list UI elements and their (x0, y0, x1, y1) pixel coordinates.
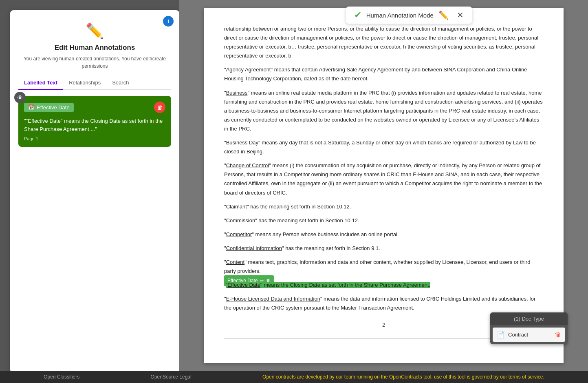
doc-paragraph-ehouse: "E-House Licensed Data and Information" … (224, 294, 543, 312)
annotation-card: 👁 📅 Effective Date 🗑 ""Effective Date" m… (18, 96, 171, 147)
doctype-panel: (1) Doc Type 📄 Contract 🗑 (490, 312, 568, 344)
label-chip: 📅 Effective Date (24, 103, 74, 112)
ham-edit-icon: ✏️ (438, 10, 449, 20)
panel-subtitle: You are viewing human-created annotation… (18, 55, 171, 70)
pencil-icon: ✏️ (86, 22, 104, 40)
term-agency-agreement: Agency Agreement (226, 66, 271, 73)
term-ehouse: E-House Licensed Data and Information (226, 296, 320, 302)
doc-paragraph-coc: "Change of Control" means (i) the consum… (224, 161, 543, 197)
doc-paragraph-claimant: "Claimant" has the meaning set forth in … (224, 202, 543, 211)
doc-paragraph-businessday: "Business Day" means any day that is not… (224, 138, 543, 156)
doctype-item-left: 📄 Contract (497, 331, 528, 339)
doc-paragraph-confidential: "Confidential Information" has the meani… (224, 244, 543, 253)
panel-title: Edit Human Annotations (55, 44, 135, 52)
doc-paragraph-commission: "Commission" has the meaning set forth i… (224, 216, 543, 225)
term-effective-date: Effective Date (227, 282, 260, 288)
doctype-label: Contract (508, 332, 528, 338)
doc-paragraph-content: "Content" means text, graphics, informat… (224, 258, 543, 276)
document-icon: 📄 (497, 331, 505, 339)
chip-label: Effective Date (37, 104, 70, 111)
info-badge[interactable]: i (163, 16, 174, 27)
tab-labelled-text[interactable]: Labelled Text (18, 76, 63, 90)
doc-paragraph-agency: "Agency Agreement" means that certain Ad… (224, 65, 543, 83)
doctype-delete-button[interactable]: 🗑 (555, 331, 561, 339)
ham-mode-text: Human Annotation Mode (366, 12, 434, 19)
doc-paragraph-effective-date: Effective Date ✏ 🗑 "Effective Date" mean… (224, 281, 543, 290)
tab-search[interactable]: Search (106, 76, 134, 90)
tabs-container: Labelled Text Relationships Search (18, 76, 171, 90)
tab-relationships[interactable]: Relationships (63, 76, 106, 90)
term-content: Content (226, 259, 245, 265)
term-commission: Commission (226, 217, 255, 224)
term-business: Business (226, 90, 248, 96)
effective-date-highlight: "Effective Date" means the Closing Date … (226, 282, 431, 288)
term-business-day: Business Day (226, 139, 258, 146)
checkmark-icon: ✔ (354, 10, 361, 20)
ham-banner: ✔ Human Annotation Mode ✏️ ✕ (346, 7, 472, 24)
annotation-text: ""Effective Date" means the Closing Date… (24, 117, 165, 133)
doc-paragraph-competitor: "Competitor" means any Person whose busi… (224, 230, 543, 239)
eye-icon: 👁 (14, 92, 26, 103)
document-page: relationship between or among two or mor… (204, 8, 564, 363)
footer: Open Classifiers OpenSource Legal Open c… (0, 371, 588, 383)
annotation-page: Page 1 (24, 136, 165, 141)
term-claimant: Claimant (226, 204, 247, 210)
doctype-header: (1) Doc Type (490, 312, 568, 325)
delete-annotation-button[interactable]: 🗑 (154, 102, 165, 113)
doc-area: ✔ Human Annotation Mode ✏️ ✕ relationshi… (179, 0, 588, 383)
doc-paragraph-business: "Business" means an online real estate m… (224, 89, 543, 133)
term-change-of-control: Change of Control (226, 162, 269, 168)
term-competitor: Competitor (226, 231, 252, 237)
left-panel: i ✏️ Edit Human Annotations You are view… (10, 10, 179, 373)
footer-link-classifiers[interactable]: Open Classifiers (44, 374, 79, 380)
annotation-label-row: 📅 Effective Date 🗑 (24, 102, 165, 113)
term-confidential-information: Confidential Information (226, 245, 282, 251)
doc-paragraph-1: relationship between or among two or mor… (224, 24, 543, 60)
ham-close-button[interactable]: ✕ (457, 10, 464, 20)
doctype-item: 📄 Contract 🗑 (493, 328, 565, 342)
footer-link-opensource[interactable]: OpenSource Legal (151, 374, 192, 380)
main-wrapper: i ✏️ Edit Human Annotations You are view… (0, 0, 588, 383)
footer-link-terms[interactable]: Open contracts are developed by our team… (262, 374, 544, 380)
calendar-icon: 📅 (28, 104, 34, 110)
